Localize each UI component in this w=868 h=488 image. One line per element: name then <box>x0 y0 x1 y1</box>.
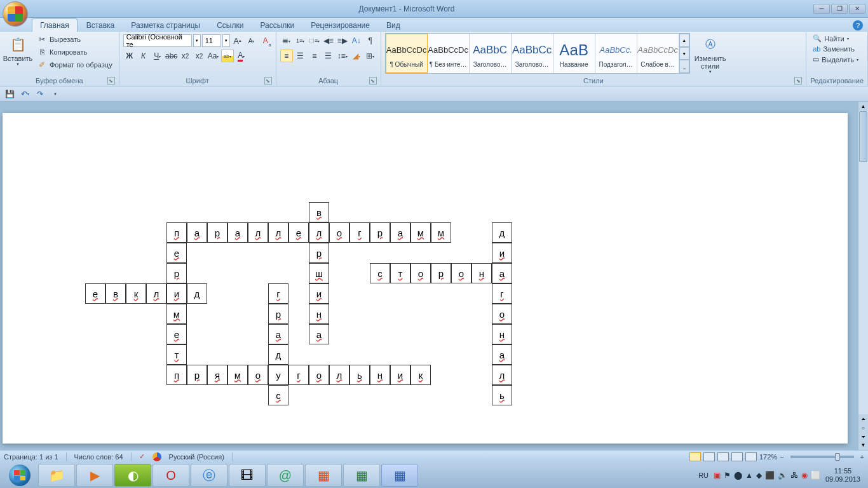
help-button[interactable]: ? <box>853 20 863 30</box>
crossword-cell[interactable]: в <box>309 202 329 222</box>
crossword-cell[interactable]: и <box>166 283 187 304</box>
crossword-cell[interactable]: а <box>492 263 512 283</box>
view-draft[interactable] <box>745 452 757 461</box>
font-dialog-launcher[interactable]: ⬊ <box>264 77 272 85</box>
paragraph-dialog-launcher[interactable]: ⬊ <box>369 77 377 85</box>
redo-button[interactable]: ↷ <box>34 88 46 100</box>
crossword-cell[interactable]: н <box>492 324 512 344</box>
show-marks-button[interactable]: ¶ <box>364 34 377 47</box>
font-name-combo[interactable]: Calibri (Основной те <box>123 34 192 47</box>
tray-icon[interactable]: ⬛ <box>765 471 775 480</box>
next-page-button[interactable]: ⏷ <box>858 432 868 441</box>
office-button[interactable] <box>3 1 28 27</box>
taskbar-explorer[interactable]: 📁 <box>38 464 75 487</box>
styles-dialog-launcher[interactable]: ⬊ <box>794 77 802 85</box>
crossword-cell[interactable]: р <box>309 243 329 263</box>
minimize-button[interactable]: ─ <box>813 4 830 14</box>
zoom-level[interactable]: 172% <box>759 453 777 461</box>
change-case-button[interactable]: Aa▾ <box>207 50 220 62</box>
crossword-cell[interactable]: р <box>166 263 187 283</box>
crossword-cell[interactable]: е <box>85 283 105 304</box>
crossword-cell[interactable]: м <box>227 365 248 385</box>
view-outline[interactable] <box>731 452 743 461</box>
crossword-cell[interactable]: г <box>349 222 370 243</box>
tray-network-icon[interactable]: 🖧 <box>790 471 798 480</box>
tab-mailings[interactable]: Рассылки <box>252 19 302 32</box>
crossword-cell[interactable]: о <box>410 263 431 283</box>
change-styles-button[interactable]: Ⓐ Изменить стили ▼ <box>693 33 728 75</box>
crossword-cell[interactable]: о <box>248 365 268 385</box>
crossword-cell[interactable]: ш <box>309 263 329 283</box>
align-left-button[interactable]: ≡ <box>280 50 293 62</box>
crossword-cell[interactable]: е <box>166 324 187 344</box>
scroll-down-button[interactable]: ▼ <box>858 440 868 450</box>
align-right-button[interactable]: ≡ <box>308 50 321 62</box>
crossword-table[interactable]: впараллелограммдериршсторонаевклидгигмрн… <box>85 202 532 405</box>
find-button[interactable]: 🔍Найти▾ <box>810 33 861 44</box>
crossword-cell[interactable]: р <box>187 365 207 385</box>
browse-object-button[interactable]: ○ <box>858 423 868 432</box>
crossword-cell[interactable]: а <box>309 324 329 344</box>
italic-button[interactable]: К <box>137 50 150 62</box>
crossword-cell[interactable]: д <box>187 283 207 304</box>
taskbar-mediaplayer[interactable]: ▶ <box>76 464 113 487</box>
taskbar-app1[interactable]: ◐ <box>114 464 151 487</box>
status-language[interactable]: Русский (Россия) <box>169 453 224 461</box>
tab-page-layout[interactable]: Разметка страницы <box>123 19 208 32</box>
select-button[interactable]: ▭Выделить▾ <box>810 54 861 65</box>
crossword-cell[interactable]: о <box>329 222 349 243</box>
bold-button[interactable]: Ж <box>123 50 136 62</box>
crossword-cell[interactable]: ь <box>349 365 370 385</box>
crossword-cell[interactable]: л <box>268 222 288 243</box>
copy-button[interactable]: ⎘Копировать <box>34 46 115 58</box>
crossword-cell[interactable]: д <box>492 222 512 243</box>
line-spacing-button[interactable]: ↕≡▾ <box>336 50 349 62</box>
status-words[interactable]: Число слов: 64 <box>74 453 123 461</box>
crossword-cell[interactable]: г <box>492 283 512 304</box>
paste-button[interactable]: 📋 Вставить ▼ <box>4 33 32 67</box>
crossword-cell[interactable]: н <box>309 304 329 324</box>
taskbar-ie[interactable]: ⓔ <box>191 464 227 487</box>
crossword-cell[interactable]: я <box>207 365 227 385</box>
zoom-out-button[interactable]: − <box>780 453 783 461</box>
tray-volume-icon[interactable]: 🔊 <box>778 471 787 480</box>
indent-inc-button[interactable]: ≡▶ <box>336 34 349 47</box>
crossword-cell[interactable]: г <box>288 365 309 385</box>
style-item[interactable]: AaBbCЗаголово… <box>470 34 512 73</box>
taskbar-excel[interactable]: ▦ <box>343 464 380 487</box>
style-item[interactable]: АаВНазвание <box>553 34 595 73</box>
status-page[interactable]: Страница: 1 из 1 <box>4 453 58 461</box>
taskbar-powerpoint[interactable]: ▦ <box>305 464 342 487</box>
align-center-button[interactable]: ☰ <box>294 50 307 62</box>
crossword-cell[interactable]: л <box>248 222 268 243</box>
crossword-cell[interactable]: и <box>390 365 410 385</box>
tray-lang[interactable]: RU <box>698 471 709 479</box>
crossword-cell[interactable]: а <box>187 222 207 243</box>
crossword-cell[interactable]: р <box>370 222 390 243</box>
crossword-cell[interactable]: л <box>146 283 166 304</box>
qat-customize[interactable]: ▼ <box>50 88 61 100</box>
maximize-button[interactable]: ❐ <box>831 4 848 14</box>
font-size-combo[interactable]: 11 <box>202 34 221 47</box>
crossword-cell[interactable]: а <box>390 222 410 243</box>
tab-insert[interactable]: Вставка <box>79 19 123 32</box>
clipboard-dialog-launcher[interactable]: ⬊ <box>107 77 115 85</box>
taskbar-opera[interactable]: O <box>153 464 189 487</box>
view-web[interactable] <box>717 452 729 461</box>
crossword-cell[interactable]: к <box>126 283 146 304</box>
font-color-button[interactable]: A▾ <box>235 50 248 62</box>
tab-view[interactable]: Вид <box>379 19 408 32</box>
page[interactable]: впараллелограммдериршсторонаевклидгигмрн… <box>3 113 848 444</box>
crossword-cell[interactable]: е <box>166 243 187 263</box>
crossword-cell[interactable]: л <box>329 365 349 385</box>
crossword-cell[interactable]: в <box>105 283 126 304</box>
style-item[interactable]: AaBbCcDcСлабое в… <box>637 34 679 73</box>
crossword-cell[interactable]: т <box>166 344 187 365</box>
numbering-button[interactable]: 1≡▾ <box>294 34 307 47</box>
style-item[interactable]: AaBbCcЗаголово… <box>512 34 553 73</box>
crossword-cell[interactable]: н <box>370 365 390 385</box>
sort-button[interactable]: A↓ <box>350 34 363 47</box>
undo-button[interactable]: ↶▾ <box>19 88 31 100</box>
tray-clock[interactable]: 11:55 09.09.2013 <box>825 467 860 484</box>
tray-icon[interactable]: ◉ <box>801 471 808 480</box>
